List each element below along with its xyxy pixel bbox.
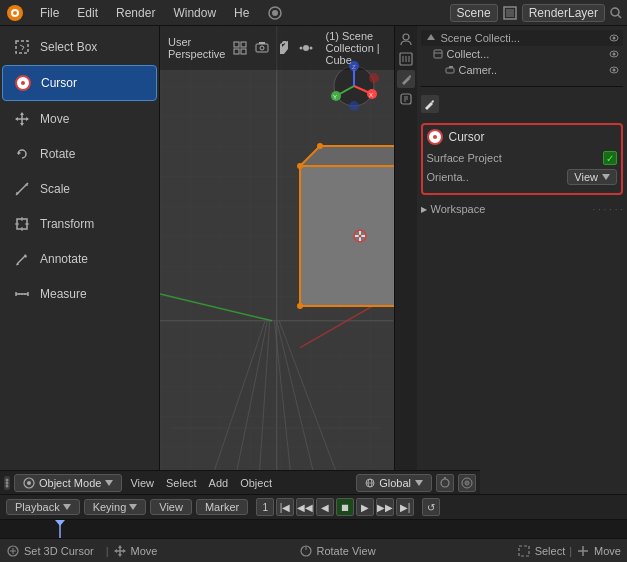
step-fwd-button[interactable]: ▶▶: [376, 498, 394, 516]
select-menu[interactable]: Select: [162, 475, 201, 491]
surface-project-checkbox[interactable]: ✓: [603, 151, 617, 165]
add-menu[interactable]: Add: [205, 475, 233, 491]
marker-button[interactable]: Marker: [196, 499, 248, 515]
svg-marker-12: [20, 112, 24, 115]
search-icon[interactable]: [609, 6, 623, 20]
playback-button[interactable]: Playback: [6, 499, 80, 515]
move-status-icon: [113, 544, 127, 558]
rtab-view[interactable]: [397, 50, 415, 68]
vp-cam-icon[interactable]: [255, 38, 269, 58]
top-menubar: File Edit Render Window He Scene RenderL…: [0, 0, 627, 26]
keying-button[interactable]: Keying: [84, 499, 147, 515]
tool-measure[interactable]: Measure: [2, 277, 157, 311]
svg-point-7: [611, 8, 619, 16]
svg-point-106: [6, 484, 9, 487]
object-mode-label: Object Mode: [39, 477, 101, 489]
svg-marker-50: [300, 166, 394, 306]
chevron-down-icon: [602, 174, 610, 180]
cursor-icon: [13, 73, 33, 93]
rtab-scene[interactable]: [397, 30, 415, 48]
menu-edit[interactable]: Edit: [69, 4, 106, 22]
eye-icon-2[interactable]: [609, 49, 619, 59]
tl-view-button[interactable]: View: [150, 499, 192, 515]
workspace-section-header[interactable]: ▶ Workspace · · · · · ·: [421, 203, 624, 215]
renderlayer-input[interactable]: RenderLayer: [522, 4, 605, 22]
blender-logo[interactable]: [4, 2, 26, 24]
vp-dot-icon[interactable]: [299, 38, 313, 58]
jump-start-button[interactable]: |◀: [276, 498, 294, 516]
stop-button[interactable]: ⏹: [336, 498, 354, 516]
svg-point-84: [403, 34, 409, 40]
tool-cursor[interactable]: Cursor: [2, 65, 157, 101]
tool-transform-label: Transform: [40, 217, 94, 231]
outliner-camera-label: Camer..: [459, 64, 498, 76]
menu-he[interactable]: He: [226, 4, 257, 22]
viewport-shading: Global: [356, 474, 476, 492]
viewport-header: User Perspective (1) Scene Collection | …: [160, 26, 394, 70]
object-mode-dropdown[interactable]: Object Mode: [14, 474, 122, 492]
outliner-title: Scene Collecti...: [441, 32, 520, 44]
vp-hand-icon[interactable]: [277, 38, 291, 58]
loop-button[interactable]: ↺: [422, 498, 440, 516]
proportional-button[interactable]: [458, 474, 476, 492]
svg-point-81: [303, 45, 309, 51]
mode-toggle[interactable]: [4, 476, 10, 490]
view-menu[interactable]: View: [126, 475, 158, 491]
tool-icon-tabs: [421, 95, 624, 113]
svg-point-73: [369, 73, 379, 83]
svg-rect-78: [256, 44, 268, 52]
outliner-collect-label: Collect...: [447, 48, 490, 60]
rtab-tool[interactable]: [397, 70, 415, 88]
svg-text:Y: Y: [333, 94, 337, 100]
svg-marker-139: [123, 549, 126, 553]
keying-label: Keying: [93, 501, 127, 513]
outliner-row-0[interactable]: Collect...: [421, 46, 624, 62]
frame-input[interactable]: 1: [256, 498, 274, 516]
menu-window[interactable]: Window: [165, 4, 224, 22]
rotate-icon: [12, 144, 32, 164]
rtab-item[interactable]: [397, 90, 415, 108]
svg-marker-48: [300, 146, 394, 166]
orientation-row: Orienta.. View: [427, 169, 618, 185]
tool-annotate[interactable]: Annotate: [2, 242, 157, 276]
tool-select-box[interactable]: Select Box: [2, 30, 157, 64]
tool-scale[interactable]: Scale: [2, 172, 157, 206]
eye-icon-3[interactable]: [609, 65, 619, 75]
tool-transform[interactable]: Transform: [2, 207, 157, 241]
svg-marker-15: [26, 117, 29, 121]
tool-rotate[interactable]: Rotate: [2, 137, 157, 171]
outliner-row-1[interactable]: Camer..: [421, 62, 624, 78]
orientation-dropdown[interactable]: View: [567, 169, 617, 185]
svg-point-105: [6, 481, 9, 484]
cube-3d: [240, 86, 394, 366]
svg-point-83: [310, 47, 313, 50]
object-menu[interactable]: Object: [236, 475, 276, 491]
svg-marker-100: [449, 66, 453, 68]
outliner-section: Scene Collecti... Collect... Camer..: [421, 30, 624, 78]
scene-input[interactable]: Scene: [450, 4, 498, 22]
select-box-icon: [12, 37, 32, 57]
global-dropdown[interactable]: Global: [356, 474, 432, 492]
camera-icon: [445, 65, 455, 75]
play-back-button[interactable]: ◀: [316, 498, 334, 516]
svg-rect-142: [519, 546, 529, 556]
svg-marker-130: [55, 520, 65, 526]
jump-end-button[interactable]: ▶|: [396, 498, 414, 516]
svg-marker-137: [118, 554, 122, 557]
step-back-button[interactable]: ◀◀: [296, 498, 314, 516]
snap-button[interactable]: [436, 474, 454, 492]
scene-collection-label: (1) Scene Collection | Cube: [325, 30, 385, 66]
check-mark: ✓: [606, 153, 614, 164]
play-button[interactable]: ▶: [356, 498, 374, 516]
tool-tab-active[interactable]: [421, 95, 439, 113]
svg-marker-80: [259, 42, 265, 44]
eye-icon[interactable]: [609, 33, 619, 43]
menu-file[interactable]: File: [32, 4, 67, 22]
svg-point-72: [349, 101, 359, 111]
mode-icon: [23, 477, 35, 489]
workspace-label: Workspace: [431, 203, 486, 215]
vp-grid-icon[interactable]: [233, 38, 247, 58]
tool-move[interactable]: Move: [2, 102, 157, 136]
surface-project-row: Surface Project ✓: [427, 151, 618, 165]
menu-render[interactable]: Render: [108, 4, 163, 22]
